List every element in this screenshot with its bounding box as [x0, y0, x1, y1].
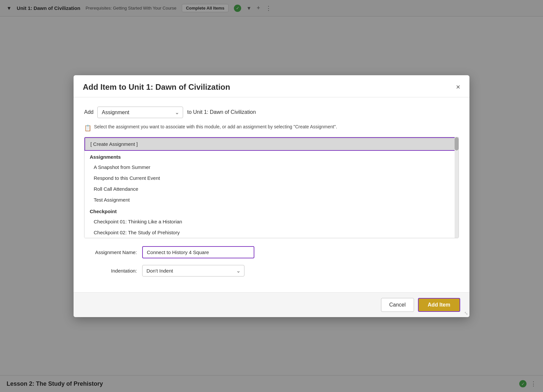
type-select[interactable]: Assignment Discussion Quiz File Page Ext…: [97, 107, 183, 118]
add-type-row: Add Assignment Discussion Quiz File Page…: [84, 107, 459, 118]
list-item[interactable]: Respond to this Current Event: [84, 173, 459, 183]
assignments-section-header: Assignments: [84, 151, 459, 162]
indentation-select[interactable]: Don't Indent Indent 1 Level Indent 2 Lev…: [142, 265, 244, 277]
resize-handle[interactable]: ⤡: [464, 310, 468, 316]
info-icon: 📋: [84, 124, 91, 132]
close-button[interactable]: ×: [456, 83, 460, 91]
modal-header: Add Item to Unit 1: Dawn of Civilization…: [74, 75, 469, 97]
indentation-row: Indentation: Don't Indent Indent 1 Level…: [84, 265, 459, 277]
list-item[interactable]: Checkpoint 01: Thinking Like a Historian: [84, 216, 459, 227]
list-item[interactable]: Checkpoint 02: The Study of Prehistory: [84, 227, 459, 238]
list-item[interactable]: A Snapshot from Summer: [84, 162, 459, 173]
add-item-modal: Add Item to Unit 1: Dawn of Civilization…: [74, 75, 469, 317]
modal-title: Add Item to Unit 1: Dawn of Civilization: [83, 82, 230, 92]
assignment-name-row: Assignment Name:: [84, 246, 459, 258]
modal-footer: Cancel Add Item: [74, 292, 469, 317]
indentation-select-wrapper: Don't Indent Indent 1 Level Indent 2 Lev…: [142, 265, 244, 277]
add-label: Add: [84, 109, 93, 115]
assignment-name-input[interactable]: [142, 246, 254, 258]
cancel-button[interactable]: Cancel: [381, 298, 414, 312]
list-item[interactable]: Roll Call Attendance: [84, 183, 459, 194]
assignment-name-label: Assignment Name:: [84, 249, 137, 255]
scrollbar[interactable]: [455, 137, 459, 238]
to-unit-text: to Unit 1: Dawn of Civilization: [187, 109, 256, 115]
create-assignment-item[interactable]: [ Create Assignment ]: [84, 137, 459, 151]
modal-body: Add Assignment Discussion Quiz File Page…: [74, 97, 469, 292]
assignment-list-box: [ Create Assignment ] Assignments A Snap…: [84, 137, 459, 238]
info-row: 📋 Select the assignment you want to asso…: [84, 124, 459, 132]
scrollbar-thumb[interactable]: [455, 137, 459, 150]
list-item[interactable]: Test Assignment: [84, 194, 459, 205]
info-text: Select the assignment you want to associ…: [94, 124, 337, 129]
checkpoint-section-header: Checkpoint: [84, 205, 459, 216]
type-select-wrapper: Assignment Discussion Quiz File Page Ext…: [97, 107, 183, 118]
add-item-button[interactable]: Add Item: [418, 298, 460, 312]
indentation-label: Indentation:: [84, 268, 137, 274]
modal-overlay: Add Item to Unit 1: Dawn of Civilization…: [0, 0, 543, 392]
